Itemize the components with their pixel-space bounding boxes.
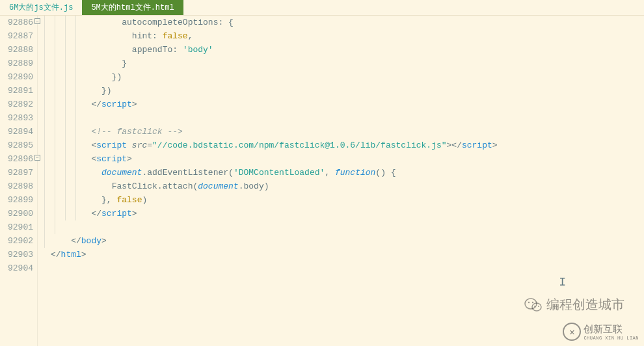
line-number-gutter: 92886− 92887 92888 92889 92890 92891 928… bbox=[0, 16, 38, 346]
code-line bbox=[51, 220, 644, 234]
tab-html-file[interactable]: 5M大的html文件.html bbox=[82, 0, 183, 15]
line-number: 92889 bbox=[0, 57, 33, 70]
brand-name: 创新互联 bbox=[584, 325, 623, 336]
code-line: <script> bbox=[51, 152, 644, 166]
line-number: 92900 bbox=[0, 207, 33, 220]
code-line: FastClick.attach(document.body) bbox=[51, 180, 644, 193]
tab-js-file[interactable]: 6M大的js文件.js bbox=[0, 0, 82, 15]
code-line: <script src="//code.bdstatic.com/npm/fas… bbox=[51, 139, 644, 152]
line-number: 92898 bbox=[0, 180, 33, 193]
wechat-icon bbox=[524, 297, 543, 313]
watermark-brand: ✕ 创新互联 CHUANG XIN HU LIAN bbox=[563, 323, 639, 341]
svg-point-3 bbox=[532, 301, 533, 302]
watermark-text: 编程创造城市 bbox=[546, 296, 624, 313]
line-number: 92892 bbox=[0, 98, 33, 111]
line-number: 92887 bbox=[0, 29, 33, 43]
tab-bar: 6M大的js文件.js 5M大的html文件.html bbox=[0, 0, 644, 16]
code-line: document.addEventListener('DOMContentLoa… bbox=[51, 166, 644, 180]
line-number: 92894 bbox=[0, 125, 33, 139]
svg-point-5 bbox=[538, 306, 539, 307]
code-line bbox=[51, 111, 644, 125]
brand-subtitle: CHUANG XIN HU LIAN bbox=[584, 336, 639, 341]
code-line bbox=[51, 261, 644, 275]
code-line: }) bbox=[51, 70, 644, 84]
code-line: autocompleteOptions: { bbox=[51, 16, 644, 29]
code-line: </html> bbox=[51, 248, 644, 261]
line-number: 92895 bbox=[0, 139, 33, 152]
code-line: <!-- fastclick --> bbox=[51, 125, 644, 139]
code-line: </script> bbox=[51, 98, 644, 111]
line-number: 92902 bbox=[0, 234, 33, 248]
svg-point-2 bbox=[528, 301, 530, 302]
line-number: 92886− bbox=[0, 16, 33, 29]
code-line: </script> bbox=[51, 207, 644, 220]
code-line: } bbox=[51, 57, 644, 70]
line-number: 92893 bbox=[0, 111, 33, 125]
code-line: appendTo: 'body' bbox=[51, 43, 644, 57]
brand-logo-icon: ✕ bbox=[563, 323, 581, 341]
code-line: </body> bbox=[51, 234, 644, 248]
line-number: 92897 bbox=[0, 166, 33, 180]
watermark-wechat: 编程创造城市 bbox=[524, 296, 624, 313]
line-number: 92891 bbox=[0, 84, 33, 98]
line-number: 92888 bbox=[0, 43, 33, 57]
svg-point-4 bbox=[534, 306, 535, 307]
text-cursor-icon: I bbox=[559, 276, 566, 289]
line-number: 92899 bbox=[0, 193, 33, 207]
line-number: 92890 bbox=[0, 70, 33, 84]
code-line: hint: false, bbox=[51, 29, 644, 43]
line-number: 92904 bbox=[0, 261, 33, 275]
line-number: 92896− bbox=[0, 152, 33, 166]
code-line: }) bbox=[51, 84, 644, 98]
line-number: 92903 bbox=[0, 248, 33, 261]
line-number: 92901 bbox=[0, 220, 33, 234]
code-line: }, false) bbox=[51, 193, 644, 207]
